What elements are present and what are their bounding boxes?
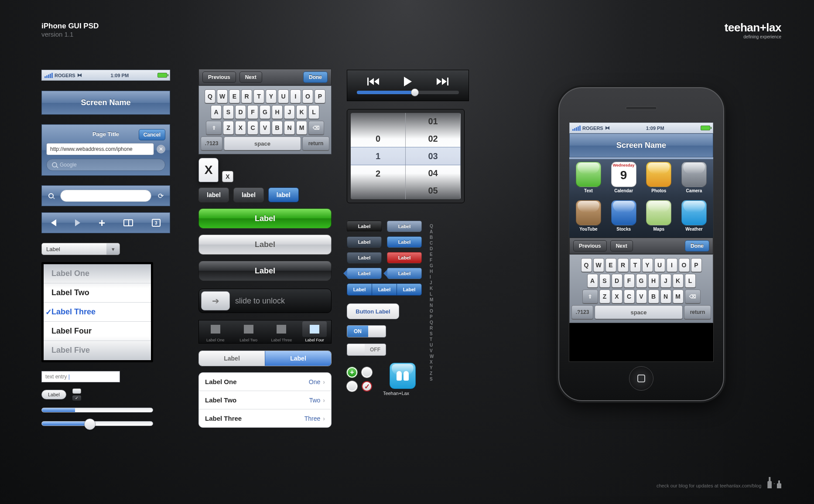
key-a[interactable]: A — [211, 105, 222, 119]
cancel-button[interactable]: Cancel — [139, 129, 165, 140]
key-c[interactable]: C — [624, 289, 635, 303]
key-c[interactable]: C — [247, 121, 258, 135]
app-stocks[interactable]: Stocks — [608, 200, 640, 232]
key-i[interactable]: I — [290, 89, 301, 103]
call-button[interactable]: Label — [198, 208, 332, 228]
space-key[interactable]: space — [595, 305, 683, 319]
blank-circle-icon[interactable] — [347, 381, 357, 392]
list-item[interactable]: Label Four — [44, 322, 151, 341]
text-entry[interactable]: text entry | — [41, 371, 120, 382]
app-maps[interactable]: Maps — [643, 200, 674, 232]
slide-to-unlock[interactable]: ➔ slide to unlock — [198, 289, 332, 313]
tab-item[interactable]: Label Three — [265, 320, 298, 343]
unlock-arrow-icon[interactable]: ➔ — [201, 291, 230, 310]
key-k[interactable]: K — [296, 105, 307, 119]
key-q[interactable]: Q — [581, 258, 592, 272]
done-button[interactable]: Done — [685, 240, 709, 252]
backspace-key[interactable]: ⌫ — [685, 289, 701, 303]
app-text[interactable]: Text — [573, 162, 604, 193]
done-button[interactable]: Done — [303, 72, 328, 83]
mini-button[interactable]: Label — [387, 221, 422, 232]
key-s[interactable]: S — [599, 274, 610, 288]
mini-button[interactable]: Label — [347, 236, 382, 248]
key-t[interactable]: T — [630, 258, 641, 272]
next-button[interactable]: Next — [239, 72, 262, 83]
key-n[interactable]: N — [660, 289, 671, 303]
key-d[interactable]: D — [612, 274, 622, 288]
key-t[interactable]: T — [253, 89, 264, 103]
key-y[interactable]: Y — [266, 89, 277, 103]
segment-button[interactable]: label — [198, 187, 229, 202]
return-key[interactable]: return — [684, 305, 711, 319]
key-g[interactable]: G — [260, 105, 270, 119]
key-q[interactable]: Q — [205, 89, 215, 103]
return-key[interactable]: return — [302, 136, 329, 150]
list-item[interactable]: Label Three — [44, 303, 151, 322]
add-icon[interactable]: + — [99, 216, 105, 230]
check-circle-icon[interactable]: ✓ — [362, 381, 372, 392]
back-icon[interactable] — [51, 219, 56, 226]
tab-item[interactable]: Label One — [199, 320, 232, 343]
mini-button[interactable]: Label — [387, 268, 422, 279]
key-b[interactable]: B — [648, 289, 659, 303]
shift-key[interactable]: ⇧ — [206, 121, 222, 135]
key-z[interactable]: Z — [223, 121, 234, 135]
picker-wheel[interactable]: 012 0102030405 — [347, 109, 465, 203]
key-w[interactable]: W — [217, 89, 228, 103]
toggle-off[interactable]: OFF — [347, 344, 386, 356]
segment-button-active[interactable]: label — [268, 187, 299, 202]
mini-button[interactable]: Label — [387, 236, 422, 248]
list-item[interactable]: Label Two — [44, 283, 151, 303]
combo-box[interactable]: Label ▾ — [41, 243, 120, 255]
app-weather[interactable]: Weather — [678, 200, 710, 232]
key-x[interactable]: X — [612, 289, 622, 303]
list-item[interactable]: Label Five — [44, 341, 151, 360]
key-e[interactable]: E — [229, 89, 240, 103]
list-item[interactable]: Label One — [44, 264, 151, 283]
key-h[interactable]: H — [272, 105, 283, 119]
previous-button[interactable]: Previous — [573, 240, 607, 252]
key-v[interactable]: V — [260, 121, 270, 135]
key-i[interactable]: I — [667, 258, 677, 272]
segmented-control[interactable]: Label Label — [198, 351, 332, 366]
slider[interactable] — [41, 421, 153, 426]
key-s[interactable]: S — [223, 105, 234, 119]
key-u[interactable]: U — [278, 89, 289, 103]
mini-button[interactable]: Label — [347, 268, 382, 279]
key-f[interactable]: F — [247, 105, 258, 119]
key-r[interactable]: R — [618, 258, 629, 272]
key-h[interactable]: H — [648, 274, 659, 288]
button-label[interactable]: Button Label — [347, 303, 399, 319]
key-p[interactable]: P — [315, 89, 325, 103]
key-x[interactable]: X — [235, 121, 246, 135]
tab-item[interactable]: Label Two — [232, 320, 265, 343]
add-circle-icon[interactable]: + — [347, 367, 357, 378]
key-u[interactable]: U — [654, 258, 665, 272]
list-picker[interactable]: Label OneLabel TwoLabel ThreeLabel FourL… — [41, 262, 153, 362]
key-w[interactable]: W — [593, 258, 604, 272]
key-y[interactable]: Y — [642, 258, 653, 272]
slider-thumb[interactable] — [84, 419, 96, 430]
segment-mini[interactable]: Label — [372, 284, 397, 295]
default-button[interactable]: Label — [198, 235, 332, 255]
key-l[interactable]: L — [308, 105, 319, 119]
clear-icon[interactable]: ✕ — [157, 145, 165, 153]
segment-mini[interactable]: Label — [347, 284, 372, 295]
segment-button[interactable]: label — [233, 187, 264, 202]
segment-left[interactable]: Label — [199, 351, 265, 366]
home-button[interactable] — [629, 366, 653, 391]
key-j[interactable]: J — [284, 105, 295, 119]
app-camera[interactable]: Camera — [678, 162, 710, 193]
mini-button[interactable]: Label — [347, 252, 382, 263]
shift-key[interactable]: ⇧ — [582, 289, 598, 303]
segment-right[interactable]: Label — [265, 351, 331, 366]
search-icon[interactable] — [46, 191, 56, 201]
key-m[interactable]: M — [296, 121, 307, 135]
scrubber[interactable] — [357, 91, 459, 94]
key-g[interactable]: G — [636, 274, 647, 288]
key-v[interactable]: V — [636, 289, 647, 303]
key-p[interactable]: P — [691, 258, 702, 272]
backspace-key[interactable]: ⌫ — [308, 121, 324, 135]
url-input[interactable] — [46, 143, 154, 155]
key-l[interactable]: L — [685, 274, 696, 288]
